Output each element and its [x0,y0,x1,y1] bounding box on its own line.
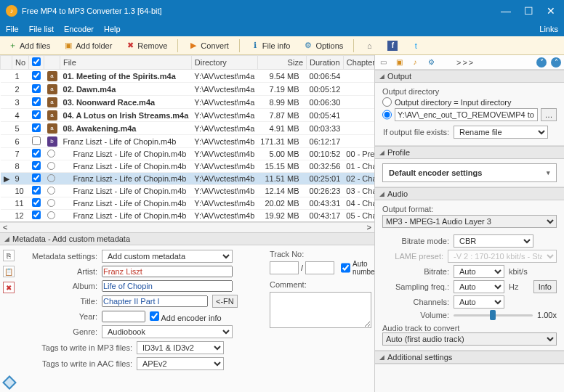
add-files-button[interactable]: ＋Add files [4,39,53,52]
row-checkbox[interactable] [32,123,41,132]
col-file[interactable]: File [60,56,192,70]
output-header[interactable]: ◢Output [375,70,564,83]
menu-encoder[interactable]: Encoder [64,25,94,33]
right-tabstrip: ▭ ▣ ♪ ⚙ >>> ˅ ˄ [375,55,564,70]
fileinfo-button[interactable]: ℹFile info [247,39,294,52]
menu-help[interactable]: Help [104,25,121,33]
close-button[interactable]: ✕ [547,5,555,17]
row-checkbox[interactable] [32,97,41,106]
fn-button[interactable]: <-FN [212,295,238,308]
add-folder-button[interactable]: ▣Add folder [60,39,115,52]
row-checkbox[interactable] [32,71,41,80]
album-label: Album: [23,282,97,290]
bitrate-select[interactable]: Auto [454,265,504,278]
metadata-header[interactable]: ◢Metadata - Add custom metadata [0,232,374,245]
metadata-settings-select[interactable]: Add custom metadata [102,250,233,263]
comment-textarea[interactable] [270,292,371,328]
check-all[interactable] [32,57,41,66]
collapse-icon[interactable]: ˅ [536,57,547,68]
genre-select[interactable]: Audiobook [102,325,233,338]
auto-numbering-checkbox[interactable] [341,261,350,274]
title-input[interactable] [102,295,208,307]
tab-music-icon[interactable]: ♪ [410,57,420,68]
bitrate-label: Bitrate: [382,267,449,276]
audiotrack-select[interactable]: Auto (first audio track) [382,332,557,346]
add-encoder-info-checkbox[interactable] [150,311,159,321]
minimize-button[interactable]: — [501,5,511,17]
table-row[interactable]: 4a04. A Lotus on Irish Streams.m4aY:\AV\… [1,109,375,122]
gear-icon: ⚙ [303,41,313,51]
twitter-button[interactable]: t [408,39,424,52]
tab-folder-icon[interactable]: ▣ [394,57,404,68]
additional-header[interactable]: ◢Additional settings [375,351,564,364]
row-checkbox[interactable] [32,161,41,170]
aactags-select[interactable]: APEv2 [137,357,224,370]
remove-button[interactable]: ✖Remove [122,39,170,52]
menu-filelist[interactable]: File list [29,25,54,33]
row-checkbox[interactable] [32,136,41,145]
outdir-input[interactable] [395,108,538,121]
col-check[interactable] [29,56,44,70]
table-row[interactable]: 5a08. Awakening.m4aY:\AV\vctest\m4a4.91 … [1,122,375,135]
year-input[interactable] [102,311,145,322]
outdir-custom-radio[interactable] [382,108,392,121]
tab-copy-icon[interactable]: ▭ [378,57,388,68]
col-dur[interactable]: Duration [307,56,344,70]
table-row[interactable]: 8Franz Liszt - Life of Chopin.m4bY:\AV\v… [1,160,375,173]
table-row[interactable]: 10Franz Liszt - Life of Chopin.m4bY:\AV\… [1,185,375,197]
row-checkbox[interactable] [32,198,41,207]
h-scrollbar[interactable]: <> [0,222,374,232]
row-checkbox[interactable] [32,110,41,119]
file-exists-select[interactable]: Rename file [454,126,548,139]
table-row[interactable]: 12Franz Liszt - Life of Chopin.m4bY:\AV\… [1,210,375,222]
genre-label: Genre: [23,327,97,336]
row-checkbox[interactable] [32,84,41,93]
table-row[interactable]: 3a03. Noonward Race.m4aY:\AV\vctest\m4a8… [1,96,375,109]
format-select[interactable]: MP3 - MPEG-1 Audio Layer 3 [382,215,557,228]
row-checkbox[interactable] [32,173,41,182]
paste-icon[interactable]: 📋 [3,266,15,277]
expand-icon[interactable]: ˄ [551,57,561,68]
tracktotal-input[interactable] [305,261,334,274]
profile-header[interactable]: ◢Profile [375,146,564,159]
info-button[interactable]: Info [533,280,557,293]
row-checkbox[interactable] [32,211,41,219]
trackno-input[interactable] [270,261,299,274]
table-row[interactable]: 11Franz Liszt - Life of Chopin.m4bY:\AV\… [1,197,375,210]
channels-select[interactable]: Auto [454,295,504,309]
menu-links[interactable]: Links [539,25,558,33]
row-checkbox[interactable] [32,186,41,195]
more-tabs[interactable]: >>> [456,58,475,67]
options-button[interactable]: ⚙Options [300,39,346,52]
bitrate-mode-select[interactable]: CBR [454,234,533,248]
col-chap[interactable]: Chapter title [343,56,374,70]
facebook-button[interactable]: f [384,39,400,52]
col-no[interactable]: No [12,56,29,70]
table-row[interactable]: 1a01. Meeting of the Spirits.m4aY:\AV\vc… [1,70,375,83]
browse-button[interactable]: … [541,108,557,121]
file-table[interactable]: No File Directory Size Duration Chapter … [0,55,374,222]
profile-select[interactable]: Default encoder settings▾ [382,163,557,182]
row-checkbox[interactable] [32,149,41,158]
col-icon[interactable] [44,56,60,70]
audio-header[interactable]: ◢Audio [375,187,564,200]
maximize-button[interactable]: ☐ [524,5,533,17]
mp3tags-select[interactable]: ID3v1 & ID3v2 [137,341,224,354]
outdir-same-radio[interactable] [382,97,392,107]
table-row[interactable]: 6bFranz Liszt - Life of Chopin.m4bY:\AV\… [1,135,375,148]
col-dir[interactable]: Directory [191,56,257,70]
album-input[interactable] [102,280,233,292]
menu-file[interactable]: File [6,25,19,33]
table-row[interactable]: ▶9Franz Liszt - Life of Chopin.m4bY:\AV\… [1,173,375,185]
delete-icon[interactable]: ✖ [3,282,15,293]
copy-icon[interactable]: ⎘ [3,250,15,261]
col-size[interactable]: Size [257,56,306,70]
table-row[interactable]: 2a02. Dawn.m4aY:\AV\vctest\m4a7.19 MB00:… [1,83,375,96]
table-row[interactable]: 7Franz Liszt - Life of Chopin.m4bY:\AV\v… [1,148,375,160]
convert-button[interactable]: ▶Convert [185,39,232,52]
home-button[interactable]: ⌂ [361,39,377,52]
tab-gear-icon[interactable]: ⚙ [426,57,436,68]
samplefreq-select[interactable]: Auto [454,280,504,293]
volume-slider[interactable] [454,314,533,317]
artist-input[interactable] [102,266,233,277]
